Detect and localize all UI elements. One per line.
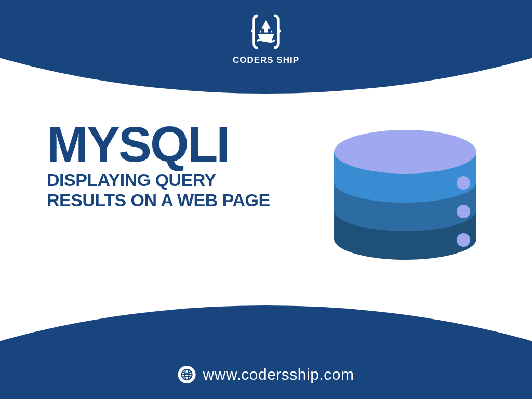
svg-point-5 <box>334 130 476 174</box>
page-subtitle: DISPLAYING QUERY RESULTS ON A WEB PAGE <box>47 170 296 210</box>
database-icon <box>325 119 486 281</box>
ship-logo-icon <box>245 11 287 52</box>
page-title: MYSQLI <box>47 121 296 168</box>
footer-url-row: www.codersship.com <box>178 366 354 383</box>
svg-point-0 <box>255 15 258 18</box>
svg-point-2 <box>457 233 470 247</box>
brand-name: CODERS SHIP <box>233 55 299 65</box>
main-content: MYSQLI DISPLAYING QUERY RESULTS ON A WEB… <box>47 121 296 210</box>
brand-logo-block: CODERS SHIP <box>233 11 299 65</box>
svg-point-4 <box>457 176 470 190</box>
svg-point-1 <box>274 46 277 48</box>
globe-icon <box>178 366 196 383</box>
website-url: www.codersship.com <box>203 366 354 383</box>
svg-point-3 <box>457 205 470 218</box>
footer-arc <box>0 305 532 399</box>
